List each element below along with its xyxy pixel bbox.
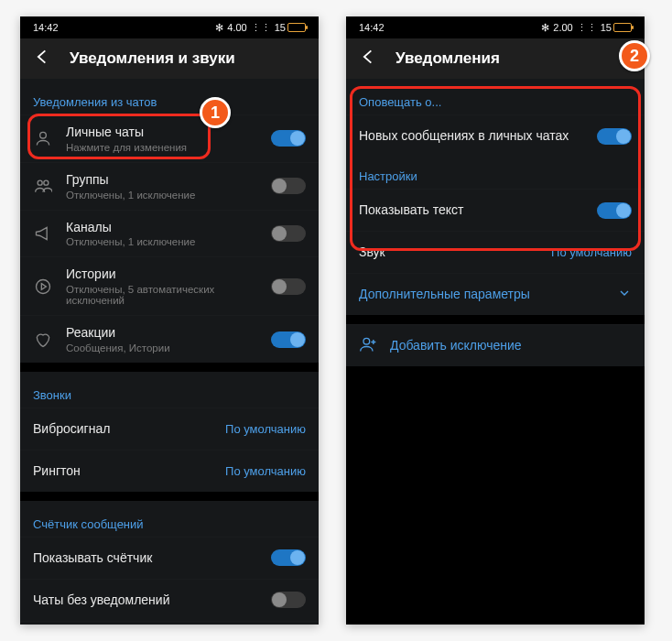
section-notify: Оповещать о... [346, 79, 645, 114]
network-icon: 2.00 [553, 22, 572, 33]
row-title: Показывать счётчик [33, 550, 258, 566]
row-title: Чаты без уведомлений [33, 592, 258, 608]
row-new-msgs[interactable]: Новых сообщениях в личных чатах [346, 114, 645, 157]
toggle-channels[interactable] [271, 225, 306, 242]
row-title: Вибросигнал [33, 421, 212, 437]
row-sub: Сообщения, Истории [66, 342, 258, 353]
row-muted-chats[interactable]: Чаты без уведомлений [20, 579, 319, 621]
section-chats: Уведомления из чатов [20, 79, 319, 114]
wifi-icon: ⋮⋮ [577, 22, 597, 34]
badge-text: 1 [211, 103, 220, 123]
row-title: Новых сообщениях в личных чатах [359, 128, 584, 144]
row-ringtone[interactable]: Рингтон По умолчанию [20, 450, 319, 492]
status-time: 14:42 [33, 22, 59, 33]
section-counter: Счётчик сообщений [20, 501, 319, 537]
row-reactions[interactable]: Реакции Сообщения, Истории [20, 315, 319, 363]
play-circle-icon [33, 277, 53, 296]
battery-pct: 15 [275, 22, 286, 33]
row-title: Реакции [66, 325, 258, 341]
header-bar: Уведомления и звуки [20, 38, 319, 79]
badge-2: 2 [619, 40, 650, 71]
status-right: ✻ 2.00 ⋮⋮ 15 [541, 22, 632, 34]
megaphone-icon [33, 224, 53, 243]
row-extra-params[interactable]: Дополнительные параметры [346, 273, 645, 315]
row-value: По умолчанию [225, 422, 306, 436]
toggle-show-counter[interactable] [271, 549, 306, 566]
phone-left: 14:42 ✻ 4.00 ⋮⋮ 15 Уведомления и звуки У… [20, 16, 319, 625]
svg-point-1 [38, 180, 42, 185]
toggle-show-text[interactable] [597, 202, 632, 219]
row-title: Рингтон [33, 463, 212, 479]
row-title: Добавить исключение [390, 338, 632, 353]
toggle-private[interactable] [271, 130, 306, 147]
toggle-stories[interactable] [271, 278, 306, 295]
row-vibro[interactable]: Вибросигнал По умолчанию [20, 407, 319, 450]
battery-indicator: 15 [275, 22, 306, 33]
row-sub: Отключены, 1 исключение [66, 190, 258, 201]
row-title: Группы [66, 172, 258, 188]
row-show-text[interactable]: Показывать текст [346, 189, 645, 231]
svg-point-3 [37, 279, 50, 293]
person-icon [33, 129, 53, 147]
row-groups[interactable]: Группы Отключены, 1 исключение [20, 162, 319, 210]
row-value: По умолчанию [225, 464, 306, 478]
svg-point-2 [44, 180, 49, 185]
chevron-down-icon [617, 286, 632, 303]
row-sub: Нажмите для изменения [66, 142, 258, 153]
toggle-groups[interactable] [271, 178, 306, 194]
header-title: Уведомления [396, 49, 500, 68]
row-sub: Отключены, 5 автоматических исключений [66, 284, 258, 306]
row-title: Показывать текст [359, 202, 584, 218]
heart-icon [33, 331, 53, 349]
row-title: Дополнительные параметры [359, 287, 604, 302]
battery-indicator: 15 [601, 22, 632, 33]
status-right: ✻ 4.00 ⋮⋮ 15 [215, 22, 306, 34]
toggle-reactions[interactable] [271, 331, 306, 348]
badge-text: 2 [630, 47, 639, 66]
add-person-icon [359, 335, 377, 356]
row-title: Личные чаты [66, 125, 258, 140]
badge-1: 1 [200, 97, 231, 128]
svg-point-0 [40, 133, 47, 139]
bluetooth-icon: ✻ [541, 22, 549, 34]
phone-right: 14:42 ✻ 2.00 ⋮⋮ 15 Уведомления Оповещать… [346, 16, 645, 625]
section-calls: Звонки [20, 372, 319, 407]
row-add-exception[interactable]: Добавить исключение [346, 324, 645, 366]
back-icon[interactable] [359, 48, 377, 71]
row-title: Истории [66, 266, 258, 282]
svg-point-4 [363, 338, 370, 344]
toggle-new-msgs[interactable] [597, 128, 632, 145]
header-bar: Уведомления [346, 38, 645, 79]
status-bar: 14:42 ✻ 2.00 ⋮⋮ 15 [346, 16, 645, 38]
row-stories[interactable]: Истории Отключены, 5 автоматических искл… [20, 256, 319, 315]
row-show-counter[interactable]: Показывать счётчик [20, 537, 319, 579]
row-title: Каналы [66, 220, 258, 235]
battery-pct: 15 [601, 22, 612, 33]
status-time: 14:42 [359, 22, 385, 33]
wifi-icon: ⋮⋮ [251, 22, 271, 34]
header-title: Уведомления и звуки [70, 49, 235, 68]
toggle-muted-chats[interactable] [271, 592, 306, 608]
row-title: Звук [359, 244, 538, 260]
back-icon[interactable] [33, 48, 51, 71]
row-sub: Отключены, 1 исключение [66, 236, 258, 247]
row-sound[interactable]: Звук По умолчанию [346, 231, 645, 273]
network-icon: 4.00 [227, 22, 246, 33]
status-bar: 14:42 ✻ 4.00 ⋮⋮ 15 [20, 16, 319, 38]
group-icon [33, 177, 53, 195]
row-msg-count[interactable]: Число сообщений [20, 621, 319, 625]
row-private-chats[interactable]: Личные чаты Нажмите для изменения [20, 114, 319, 162]
row-value: По умолчанию [551, 245, 632, 259]
row-channels[interactable]: Каналы Отключены, 1 исключение [20, 210, 319, 257]
section-settings: Настройки [346, 157, 645, 189]
bluetooth-icon: ✻ [215, 22, 223, 34]
